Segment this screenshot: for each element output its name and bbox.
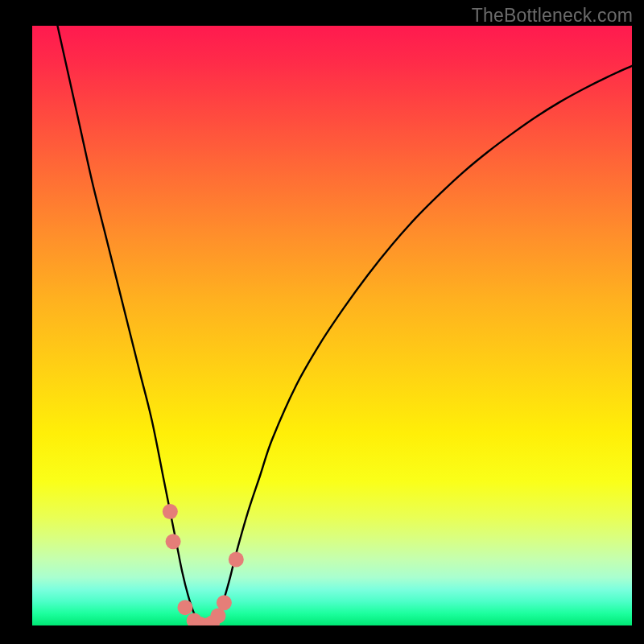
curve-marker (229, 552, 244, 568)
plot-area (32, 26, 632, 625)
watermark-text: TheBottleneck.com (472, 5, 633, 27)
bottleneck-curve (32, 26, 632, 625)
curve-marker (163, 504, 178, 519)
curve-marker (217, 595, 232, 610)
curve-marker (177, 600, 192, 615)
curve-marker (210, 609, 225, 624)
curve-layer (32, 26, 632, 625)
chart-frame: TheBottleneck.com (0, 0, 644, 644)
curve-markers (163, 504, 244, 625)
curve-marker (166, 534, 181, 549)
